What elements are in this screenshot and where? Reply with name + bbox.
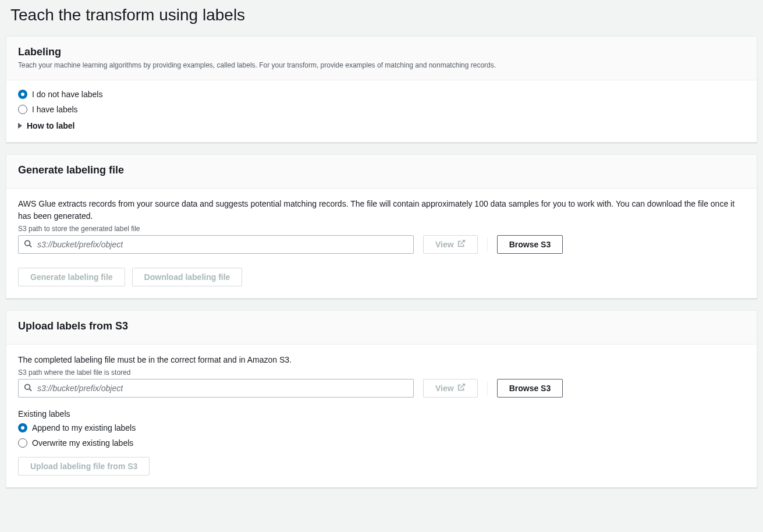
- download-labeling-file-button[interactable]: Download labeling file: [132, 268, 243, 286]
- upload-labeling-file-button[interactable]: Upload labeling file from S3: [18, 457, 150, 476]
- radio-no-labels[interactable]: I do not have labels: [18, 90, 745, 99]
- radio-icon: [18, 423, 27, 432]
- generate-browse-button[interactable]: Browse S3: [497, 235, 563, 254]
- generate-labeling-file-button[interactable]: Generate labeling file: [18, 268, 125, 286]
- upload-button-row: Upload labeling file from S3: [18, 457, 745, 476]
- svg-line-3: [30, 389, 32, 391]
- upload-header: Upload labels from S3: [6, 311, 757, 345]
- radio-have-labels-label: I have labels: [32, 105, 78, 114]
- upload-input-wrapper: [18, 379, 414, 398]
- existing-labels-radio-group: Append to my existing labels Overwrite m…: [18, 423, 745, 448]
- generate-title: Generate labeling file: [18, 164, 745, 176]
- generate-header: Generate labeling file: [6, 155, 757, 189]
- external-link-icon: [457, 383, 466, 393]
- generate-field-label: S3 path to store the generated label fil…: [18, 225, 745, 233]
- radio-overwrite[interactable]: Overwrite my existing labels: [18, 438, 745, 448]
- labeling-title: Labeling: [18, 46, 745, 58]
- radio-overwrite-label: Overwrite my existing labels: [32, 438, 133, 448]
- upload-title: Upload labels from S3: [18, 320, 745, 332]
- labeling-panel: Labeling Teach your machine learning alg…: [6, 36, 757, 143]
- upload-panel: Upload labels from S3 The completed labe…: [6, 310, 757, 488]
- radio-icon: [18, 438, 27, 448]
- upload-description: The completed labeling file must be in t…: [18, 354, 745, 366]
- generate-button-row: Generate labeling file Download labeling…: [18, 268, 745, 286]
- external-link-icon: [457, 239, 466, 249]
- svg-point-2: [25, 384, 30, 389]
- triangle-right-icon: [18, 123, 22, 129]
- upload-browse-button[interactable]: Browse S3: [497, 379, 563, 398]
- generate-s3-input[interactable]: [18, 235, 414, 254]
- radio-append[interactable]: Append to my existing labels: [18, 423, 745, 432]
- divider: [487, 237, 488, 251]
- view-button-label: View: [435, 384, 454, 393]
- svg-line-1: [30, 245, 32, 247]
- radio-icon: [18, 90, 27, 99]
- labeling-subtitle: Teach your machine learning algorithms b…: [18, 61, 745, 70]
- labeling-radio-group: I do not have labels I have labels: [18, 90, 745, 114]
- generate-input-wrapper: [18, 235, 414, 254]
- radio-append-label: Append to my existing labels: [32, 423, 136, 432]
- view-button-label: View: [435, 240, 454, 249]
- upload-form-row: View Browse S3: [18, 379, 745, 398]
- how-to-label-text: How to label: [27, 121, 74, 130]
- existing-labels-label: Existing labels: [18, 409, 745, 418]
- search-icon: [24, 383, 32, 393]
- generate-panel: Generate labeling file AWS Glue extracts…: [6, 154, 757, 299]
- radio-no-labels-label: I do not have labels: [32, 90, 102, 99]
- page-title: Teach the transform using labels: [10, 6, 757, 24]
- radio-have-labels[interactable]: I have labels: [18, 105, 745, 114]
- search-icon: [24, 239, 32, 249]
- generate-form-row: View Browse S3: [18, 235, 745, 254]
- upload-view-button[interactable]: View: [423, 379, 478, 398]
- labeling-header: Labeling Teach your machine learning alg…: [6, 37, 757, 80]
- generate-description: AWS Glue extracts records from your sour…: [18, 198, 745, 222]
- divider: [487, 381, 488, 395]
- generate-view-button[interactable]: View: [423, 235, 478, 254]
- svg-point-0: [25, 240, 30, 246]
- upload-s3-input[interactable]: [18, 379, 414, 398]
- radio-icon: [18, 105, 27, 114]
- how-to-label-toggle[interactable]: How to label: [18, 121, 745, 130]
- upload-field-label: S3 path where the label file is stored: [18, 368, 745, 377]
